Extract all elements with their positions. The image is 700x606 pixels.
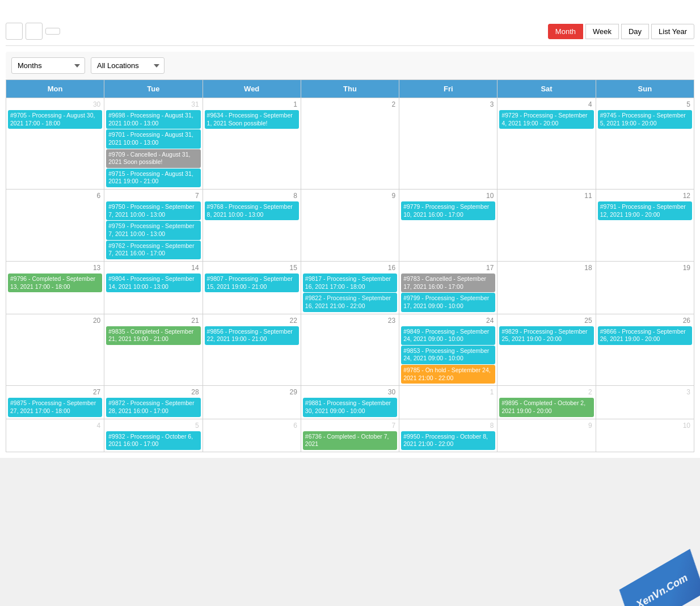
calendar-header-row: MonTueWedThuFriSatSun <box>6 80 694 98</box>
calendar-day-cell: 3 <box>399 98 497 190</box>
calendar-event[interactable]: #9799 - Processing - September 17, 2021 … <box>401 293 495 312</box>
calendar-event[interactable]: #9822 - Processing - September 16, 2021 … <box>303 293 397 312</box>
calendar-day-cell: 28#9872 - Processing - September 28, 202… <box>104 386 203 419</box>
day-number: 26 <box>597 315 693 326</box>
today-button[interactable] <box>45 28 60 35</box>
calendar-day-cell: 6 <box>6 190 104 262</box>
calendar-event[interactable]: #9829 - Processing - September 25, 2021 … <box>499 326 593 345</box>
calendar-event[interactable]: #9849 - Processing - September 24, 2021 … <box>401 326 495 345</box>
calendar-event[interactable]: #6736 - Completed - October 7, 2021 <box>303 431 397 450</box>
day-number: 6 <box>7 191 103 201</box>
calendar-header-mon: Mon <box>6 80 104 98</box>
day-number: 10 <box>400 191 496 201</box>
calendar-event[interactable]: #9745 - Processing - September 5, 2021 1… <box>598 110 692 129</box>
calendar-day-cell: 8#9768 - Processing - September 8, 2021 … <box>203 190 301 262</box>
day-number: 9 <box>499 420 594 431</box>
calendar-event[interactable]: #9768 - Processing - September 8, 2021 1… <box>205 201 299 220</box>
calendar-day-cell: 6 <box>203 419 301 452</box>
view-month-button[interactable]: Month <box>548 24 583 39</box>
calendar-header-wed: Wed <box>203 80 301 98</box>
day-number: 13 <box>7 263 103 273</box>
calendar-event[interactable]: #9817 - Processing - September 16, 2021 … <box>303 273 397 292</box>
calendar-day-cell: 15#9807 - Processing - September 15, 202… <box>203 261 301 314</box>
calendar-event[interactable]: #9950 - Processing - October 8, 2021 21:… <box>401 431 495 450</box>
day-number: 3 <box>400 99 496 110</box>
calendar-day-cell: 17#9783 - Cancelled - September 17, 2021… <box>399 261 497 314</box>
calendar-event[interactable]: #9872 - Processing - September 28, 2021 … <box>106 398 200 416</box>
period-filter[interactable]: Months Weeks Days <box>11 57 85 74</box>
calendar-event[interactable]: #9807 - Processing - September 15, 2021 … <box>205 273 299 292</box>
calendar-day-cell: 5#9932 - Processing - October 6, 2021 16… <box>104 419 203 452</box>
calendar-event[interactable]: #9705 - Processing - August 30, 2021 17:… <box>8 110 102 129</box>
day-number: 1 <box>400 387 496 397</box>
calendar-event[interactable]: #9895 - Completed - October 2, 2021 19:0… <box>499 398 593 416</box>
calendar-event[interactable]: #9634 - Processing - September 1, 2021 S… <box>205 110 299 129</box>
calendar-event[interactable]: #9875 - Processing - September 27, 2021 … <box>8 398 102 416</box>
calendar-event[interactable]: #9791 - Processing - September 12, 2021 … <box>598 201 692 220</box>
day-number: 4 <box>7 420 103 431</box>
calendar-week-row: 45#9932 - Processing - October 6, 2021 1… <box>6 419 694 452</box>
calendar-event[interactable]: #9853 - Processing - September 24, 2021 … <box>401 346 495 364</box>
calendar-day-cell: 16#9817 - Processing - September 16, 202… <box>301 261 399 314</box>
day-number: 14 <box>106 263 201 273</box>
calendar-event[interactable]: #9762 - Processing - September 7, 2021 1… <box>106 241 200 259</box>
day-number: 16 <box>302 263 398 273</box>
day-number: 30 <box>7 99 103 110</box>
calendar-day-cell: 24#9849 - Processing - September 24, 202… <box>399 314 497 386</box>
calendar-day-cell: 2 <box>301 98 399 190</box>
calendar-day-cell: 2#9895 - Completed - October 2, 2021 19:… <box>497 386 596 419</box>
calendar-event[interactable]: #9783 - Cancelled - September 17, 2021 1… <box>401 273 495 292</box>
day-number: 10 <box>597 420 693 431</box>
view-day-button[interactable]: Day <box>621 24 649 39</box>
calendar-event[interactable]: #9785 - On hold - September 24, 2021 21:… <box>401 365 495 384</box>
calendar-day-cell: 23 <box>301 314 399 386</box>
calendar-header-sun: Sun <box>596 80 694 98</box>
calendar-day-cell: 22#9856 - Processing - September 22, 202… <box>203 314 301 386</box>
day-number: 7 <box>106 191 201 201</box>
calendar-event[interactable]: #9715 - Processing - August 31, 2021 19:… <box>106 169 200 187</box>
day-number: 8 <box>400 420 496 431</box>
calendar-event[interactable]: #9698 - Processing - August 31, 2021 10:… <box>106 110 200 129</box>
calendar-day-cell: 12#9791 - Processing - September 12, 202… <box>596 190 694 262</box>
next-button[interactable] <box>26 23 43 40</box>
calendar-event[interactable]: #9729 - Processing - September 4, 2021 1… <box>499 110 593 129</box>
filters-bar: Months Weeks Days All Locations <box>6 52 694 79</box>
location-filter[interactable]: All Locations <box>91 57 165 74</box>
day-number: 22 <box>204 315 300 326</box>
calendar-event[interactable]: #9701 - Processing - August 31, 2021 10:… <box>106 129 200 148</box>
view-listyear-button[interactable]: List Year <box>651 24 694 39</box>
day-number: 18 <box>499 263 594 273</box>
calendar-event[interactable]: #9779 - Processing - September 10, 2021 … <box>401 201 495 220</box>
calendar-day-cell: 1 <box>399 386 497 419</box>
calendar-event[interactable]: #9866 - Processing - September 26, 2021 … <box>598 326 692 345</box>
calendar-day-cell: 4 <box>6 419 104 452</box>
calendar-day-cell: 14#9804 - Processing - September 14, 202… <box>104 261 203 314</box>
calendar-day-cell: 21#9835 - Completed - September 21, 2021… <box>104 314 203 386</box>
calendar-day-cell: 18 <box>497 261 596 314</box>
calendar-event[interactable]: #9804 - Processing - September 14, 2021 … <box>106 273 200 292</box>
calendar-event[interactable]: #9932 - Processing - October 6, 2021 16:… <box>106 431 200 450</box>
day-number: 28 <box>106 387 201 397</box>
calendar-day-cell: 10#9779 - Processing - September 10, 202… <box>399 190 497 262</box>
calendar-event[interactable]: #9881 - Processing - September 30, 2021 … <box>303 398 397 416</box>
calendar-event[interactable]: #9796 - Completed - September 13, 2021 1… <box>8 273 102 292</box>
day-number: 25 <box>499 315 594 326</box>
calendar-day-cell: 9 <box>301 190 399 262</box>
calendar-event[interactable]: #9835 - Completed - September 21, 2021 1… <box>106 326 200 345</box>
calendar-event[interactable]: #9709 - Cancelled - August 31, 2021 Soon… <box>106 149 200 168</box>
view-week-button[interactable]: Week <box>585 24 619 39</box>
day-number: 11 <box>499 191 594 201</box>
day-number: 1 <box>204 99 300 110</box>
calendar-header-fri: Fri <box>399 80 497 98</box>
calendar-day-cell: 10 <box>596 419 694 452</box>
calendar-day-cell: 11 <box>497 190 596 262</box>
toolbar-left <box>6 23 60 40</box>
day-number: 9 <box>302 191 398 201</box>
calendar-event[interactable]: #9750 - Processing - September 7, 2021 1… <box>106 201 200 220</box>
prev-button[interactable] <box>6 23 23 40</box>
calendar-event[interactable]: #9759 - Processing - September 7, 2021 1… <box>106 221 200 239</box>
calendar-day-cell: 5#9745 - Processing - September 5, 2021 … <box>596 98 694 190</box>
calendar-event[interactable]: #9856 - Processing - September 22, 2021 … <box>205 326 299 345</box>
calendar-wrapper: MonTueWedThuFriSatSun 30#9705 - Processi… <box>6 79 694 452</box>
day-number: 23 <box>302 315 398 326</box>
